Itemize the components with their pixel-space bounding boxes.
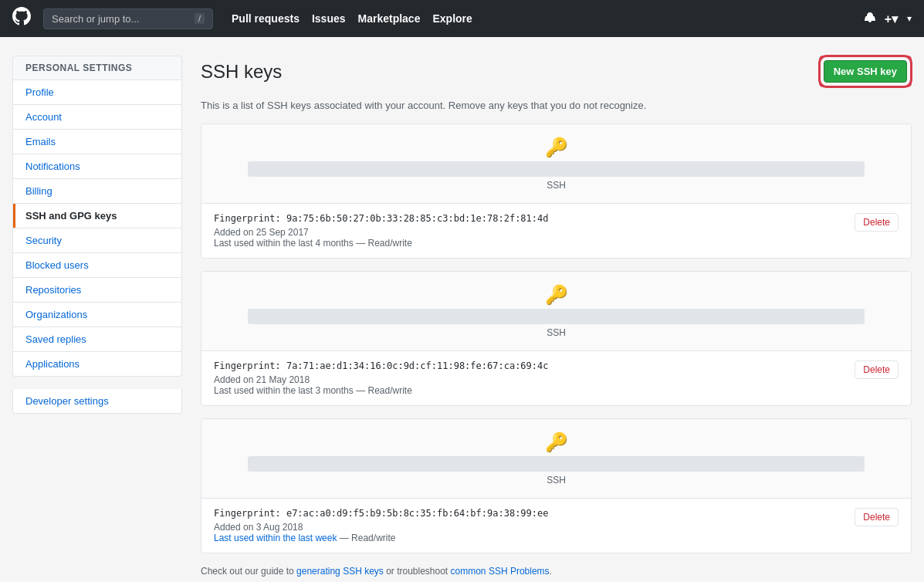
sidebar-link-profile[interactable]: Profile [13,80,181,104]
key-icon-3: 🔑 [545,431,568,453]
sidebar-link-ssh-gpg[interactable]: SSH and GPG keys [13,204,181,228]
sidebar-link-account[interactable]: Account [13,105,181,129]
key-label-bar-1 [248,161,864,177]
sidebar-link-saved-replies[interactable]: Saved replies [13,327,181,351]
sidebar: Personal settings Profile Account Emails… [12,56,182,582]
ssh-key-card-1-body: Fingerprint: 9a:75:6b:50:27:0b:33:28:85:… [201,204,911,258]
ssh-key-card-3-header: 🔑 SSH [201,419,911,499]
sidebar-section-2: Developer settings [12,389,182,414]
nav-marketplace[interactable]: Marketplace [358,12,421,25]
fingerprint-1: Fingerprint: 9a:75:6b:50:27:0b:33:28:85:… [214,213,842,224]
search-placeholder: Search or jump to... [52,13,139,25]
ssh-label-1: SSH [547,180,566,191]
sidebar-item-profile[interactable]: Profile [13,80,181,105]
ssh-key-card-2-body: Fingerprint: 7a:71:ae:d1:34:16:0c:9d:cf:… [201,351,911,405]
key-label-bar-3 [248,456,864,472]
last-used-2: Last used within the last 3 months [214,385,354,396]
new-ssh-key-button-wrapper: New SSH key [819,56,912,87]
top-navbar: Search or jump to... / Pull requests Iss… [0,0,924,37]
sidebar-item-developer-settings[interactable]: Developer settings [13,389,181,413]
nav-links: Pull requests Issues Marketplace Explore [232,12,472,25]
access-3: Read/write [351,533,395,543]
ssh-key-info-1: Fingerprint: 9a:75:6b:50:27:0b:33:28:85:… [214,213,842,249]
notifications-icon[interactable] [865,11,875,27]
sidebar-item-repositories[interactable]: Repositories [13,278,181,303]
key-icon-1: 🔑 [545,137,568,158]
footer-text-prefix: Check out our guide to [201,566,296,577]
sidebar-item-blocked-users[interactable]: Blocked users [13,253,181,278]
ssh-key-card-3: 🔑 SSH Fingerprint: e7:ac:a0:d9:f5:b9:5b:… [201,418,912,553]
plus-icon[interactable]: +▾ [885,12,898,26]
sidebar-item-billing[interactable]: Billing [13,179,181,204]
new-ssh-key-button[interactable]: New SSH key [824,60,907,83]
topnav-right-controls: +▾ ▾ [865,11,912,27]
last-used-1: Last used within the last 4 months [214,238,354,249]
nav-explore[interactable]: Explore [432,12,472,25]
footer-text: Check out our guide to generating SSH ke… [201,566,912,582]
added-date-3: Added on 3 Aug 2018 [214,522,303,533]
ssh-key-card-2: 🔑 SSH Fingerprint: 7a:71:ae:d1:34:16:0c:… [201,271,912,406]
sidebar-link-billing[interactable]: Billing [13,179,181,203]
separator-3: — [340,533,351,543]
github-logo-icon[interactable] [12,7,31,30]
sidebar-list: Profile Account Emails Notifications Bil… [12,80,182,377]
fingerprint-2: Fingerprint: 7a:71:ae:d1:34:16:0c:9d:cf:… [214,360,842,371]
ssh-label-3: SSH [547,475,566,486]
sidebar-item-security[interactable]: Security [13,228,181,253]
sidebar-link-repositories[interactable]: Repositories [13,278,181,302]
sidebar-item-saved-replies[interactable]: Saved replies [13,327,181,352]
main-header: SSH keys New SSH key [201,56,912,87]
sidebar-item-notifications[interactable]: Notifications [13,154,181,179]
ssh-label-2: SSH [547,327,566,338]
sidebar-link-security[interactable]: Security [13,228,181,252]
key-label-bar-2 [248,309,864,324]
search-bar[interactable]: Search or jump to... / [43,8,213,29]
ssh-key-card-1: 🔑 SSH Fingerprint: 9a:75:6b:50:27:0b:33:… [201,124,912,259]
user-menu-icon[interactable]: ▾ [907,13,912,24]
delete-button-3[interactable]: Delete [855,508,899,526]
generating-ssh-keys-link[interactable]: generating SSH keys [296,566,384,577]
ssh-key-card-2-header: 🔑 SSH [201,272,911,351]
page-title: SSH keys [201,61,282,83]
sidebar-link-notifications[interactable]: Notifications [13,154,181,178]
sidebar-item-organizations[interactable]: Organizations [13,303,181,327]
sidebar-item-applications[interactable]: Applications [13,352,181,376]
sidebar-link-organizations[interactable]: Organizations [13,303,181,327]
delete-button-1[interactable]: Delete [855,213,899,232]
ssh-key-info-3: Fingerprint: e7:ac:a0:d9:f5:b9:5b:8c:35:… [214,508,842,543]
separator-2: — [356,385,367,396]
ssh-meta-2: Added on 21 May 2018 Last used within th… [214,374,842,396]
main-content: SSH keys New SSH key This is a list of S… [201,56,912,582]
description-text: This is a list of SSH keys associated wi… [201,100,912,111]
sidebar-list-2: Developer settings [12,389,182,414]
separator-1: — [356,238,367,249]
slash-key-indicator: / [195,13,205,24]
sidebar-section-title: Personal settings [12,56,182,80]
fingerprint-3: Fingerprint: e7:ac:a0:d9:f5:b9:5b:8c:35:… [214,508,842,519]
access-1: Read/write [367,238,411,249]
key-icon-2: 🔑 [545,284,568,306]
ssh-meta-3: Added on 3 Aug 2018 Last used within the… [214,522,842,543]
sidebar-link-emails[interactable]: Emails [13,130,181,154]
delete-button-2[interactable]: Delete [855,360,899,379]
added-date-2: Added on 21 May 2018 [214,374,310,385]
sidebar-item-ssh-gpg[interactable]: SSH and GPG keys [13,204,181,228]
nav-issues[interactable]: Issues [312,12,346,25]
sidebar-item-emails[interactable]: Emails [13,130,181,154]
ssh-key-info-2: Fingerprint: 7a:71:ae:d1:34:16:0c:9d:cf:… [214,360,842,396]
access-2: Read/write [367,385,411,396]
sidebar-link-developer-settings[interactable]: Developer settings [13,389,181,413]
sidebar-link-applications[interactable]: Applications [13,352,181,376]
sidebar-link-blocked-users[interactable]: Blocked users [13,253,181,277]
added-date-1: Added on 25 Sep 2017 [214,227,309,238]
common-ssh-problems-link[interactable]: common SSH Problems [451,566,550,577]
ssh-meta-1: Added on 25 Sep 2017 Last used within th… [214,227,842,249]
ssh-key-card-1-header: 🔑 SSH [201,124,911,204]
footer-text-end: . [550,566,552,577]
nav-pull-requests[interactable]: Pull requests [232,12,300,25]
footer-text-middle: or troubleshoot [384,566,451,577]
ssh-key-card-3-body: Fingerprint: e7:ac:a0:d9:f5:b9:5b:8c:35:… [201,499,911,553]
page-wrapper: Personal settings Profile Account Emails… [0,37,924,582]
last-used-link-3[interactable]: Last used within the last week [214,533,337,543]
sidebar-item-account[interactable]: Account [13,105,181,130]
